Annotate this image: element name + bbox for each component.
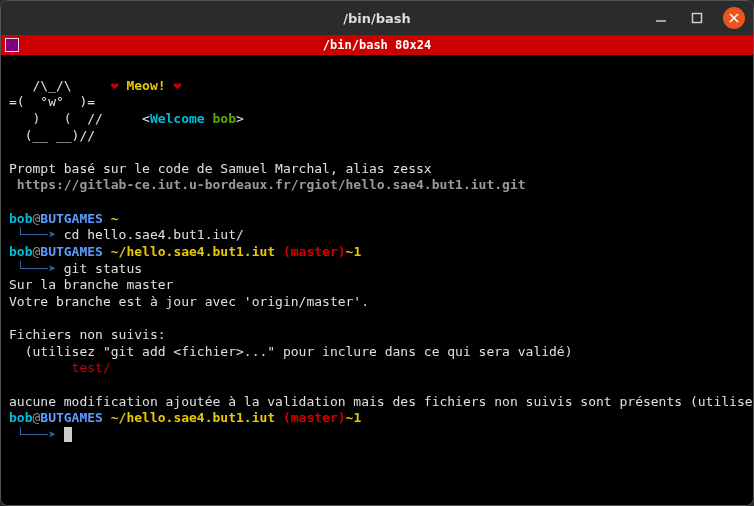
prompt-branch: (master) bbox=[275, 244, 345, 259]
heart-icon: ❤ bbox=[173, 78, 181, 93]
motd-line: Prompt basé sur le code de Samuel Marcha… bbox=[9, 161, 432, 176]
maximize-button[interactable] bbox=[687, 8, 707, 28]
prompt-user: bob bbox=[9, 211, 32, 226]
ascii-art-line: =( °w° )= bbox=[9, 94, 95, 109]
prompt-arrow-icon: ➤ bbox=[48, 261, 64, 276]
git-output-line: Fichiers non suivis: bbox=[9, 327, 166, 342]
motd-url: https://gitlab-ce.iut.u-bordeaux.fr/rgio… bbox=[9, 177, 526, 192]
prompt-host: BUTGAMES bbox=[40, 410, 103, 425]
prompt-arrow-icon: ➤ bbox=[48, 427, 64, 442]
ascii-art-line: ) ( // < bbox=[9, 111, 150, 126]
command-text: git status bbox=[64, 261, 142, 276]
svg-rect-1 bbox=[693, 14, 702, 23]
prompt-host: BUTGAMES bbox=[40, 244, 103, 259]
minimize-button[interactable] bbox=[651, 8, 671, 28]
meow-text: Meow! bbox=[126, 78, 173, 93]
prompt-path: ~ bbox=[103, 211, 119, 226]
command-text: cd hello.sae4.but1.iut/ bbox=[64, 227, 244, 242]
tab-title: /bin/bash 80x24 bbox=[1, 38, 753, 52]
git-output-line: (utilisez "git add <fichier>..." pour in… bbox=[9, 344, 573, 359]
terminal-window: /bin/bash /bin/bash 80x24 /\_/\ ❤ Meow! … bbox=[0, 0, 754, 506]
window-title: /bin/bash bbox=[1, 11, 753, 26]
git-output-line: aucune modification ajoutée à la validat… bbox=[9, 394, 754, 409]
prompt-arrow: └─── bbox=[9, 427, 48, 442]
heart-icon: ❤ bbox=[111, 78, 127, 93]
welcome-user: bob bbox=[213, 111, 236, 126]
prompt-host: BUTGAMES bbox=[40, 211, 103, 226]
prompt-modified: ~1 bbox=[346, 244, 362, 259]
ascii-art-line: > bbox=[236, 111, 244, 126]
prompt-arrow: └─── bbox=[9, 227, 48, 242]
ascii-art-line: /\_/\ bbox=[9, 78, 111, 93]
terminal-cursor bbox=[64, 427, 72, 442]
close-button[interactable] bbox=[723, 7, 745, 29]
prompt-path: ~/hello.sae4.but1.iut bbox=[103, 410, 275, 425]
prompt-branch: (master) bbox=[275, 410, 345, 425]
window-titlebar: /bin/bash bbox=[1, 1, 753, 35]
welcome-text: Welcome bbox=[150, 111, 213, 126]
prompt-modified: ~1 bbox=[346, 410, 362, 425]
terminal-output[interactable]: /\_/\ ❤ Meow! ❤ =( °w° )= ) ( // <Welcom… bbox=[1, 55, 753, 505]
git-output-line: Sur la branche master bbox=[9, 277, 173, 292]
tab-bar: /bin/bash 80x24 bbox=[1, 35, 753, 55]
prompt-path: ~/hello.sae4.but1.iut bbox=[103, 244, 275, 259]
prompt-arrow-icon: ➤ bbox=[48, 227, 64, 242]
git-untracked-file: test/ bbox=[9, 360, 111, 375]
prompt-arrow: └─── bbox=[9, 261, 48, 276]
window-controls bbox=[651, 7, 745, 29]
prompt-user: bob bbox=[9, 410, 32, 425]
prompt-user: bob bbox=[9, 244, 32, 259]
git-output-line: Votre branche est à jour avec 'origin/ma… bbox=[9, 294, 369, 309]
ascii-art-line: (__ __)// bbox=[9, 128, 95, 143]
